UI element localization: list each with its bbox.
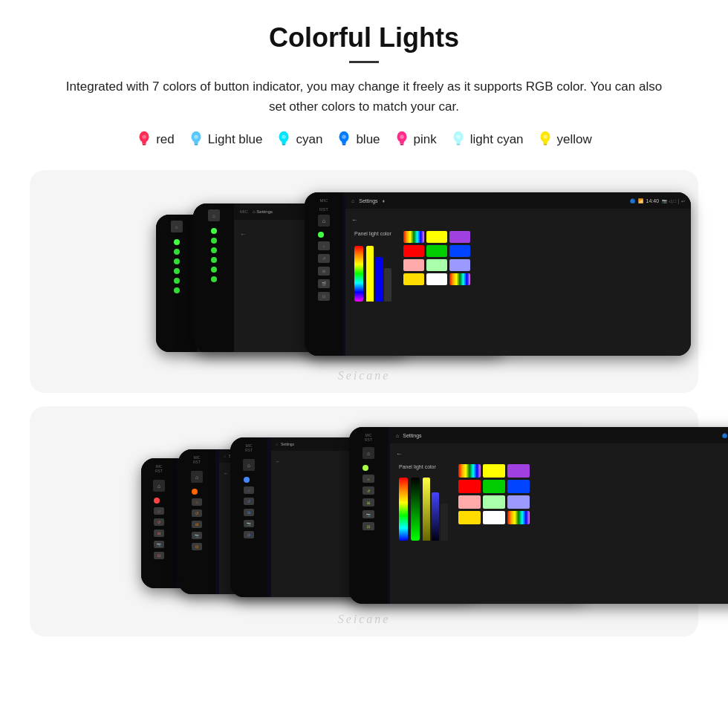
svg-rect-21 [456,142,461,144]
top-device-section: ⌂ MIC ⌂ Settings [30,170,698,393]
svg-point-19 [400,135,404,140]
panel-light-label-bottom: Panel light color [399,464,448,469]
color-label-yellow: yellow [557,132,592,147]
svg-rect-22 [456,144,460,146]
description-text: Integrated with 7 colors of button indic… [59,76,669,117]
left-panel-b4: MICRST ⌂ ⌂ ↺ ⊟ 📷 ⊡ [141,458,177,588]
color-item-red: red [136,130,175,149]
svg-rect-13 [342,142,347,144]
left-panel-2: ⌂ [193,203,234,352]
seicane-watermark-bottom: Seicane [338,613,391,626]
color-item-blue: blue [336,130,380,149]
svg-rect-2 [143,144,146,146]
color-item-lightblue: Light blue [188,130,263,149]
svg-point-23 [456,135,461,140]
color-label-lightblue: Light blue [208,132,263,147]
svg-rect-25 [543,142,547,144]
left-panel-main: MIC RST ⌂ ⌂ ↺ ⊟ 🎬 ⊡ [305,192,343,356]
svg-rect-1 [142,142,146,144]
bottom-device-main: MICRST ⌂ ⌂ ↺ ⊟ 📷 ⊡ [349,427,728,604]
svg-point-7 [194,135,198,140]
svg-rect-10 [282,144,286,146]
svg-rect-14 [342,144,346,146]
main-screen-bm: ⌂ Settings 🔵 📶 14:40 📷 ◁ □ ⌡ ↩ ← [390,427,728,604]
left-panel: ⌂ [156,215,197,352]
bulb-icon-lightblue [188,130,204,149]
top-device-main: MIC RST ⌂ ⌂ ↺ ⊟ 🎬 ⊡ [305,192,691,356]
left-panel-bm: MICRST ⌂ ⌂ ↺ ⊟ 📷 ⊡ [349,427,388,604]
color-item-cyan: cyan [276,130,322,149]
color-item-pink: pink [394,130,437,149]
color-label-red: red [156,132,175,147]
bulb-icon-yellow [537,130,553,149]
color-item-lightcyan: light cyan [450,130,524,149]
main-screen-content: ⌂ Settings ♦ 🔵 📶 14:40 📷 ◁ □ ⌡ ↩ [345,192,691,356]
top-devices-wrapper: ⌂ MIC ⌂ Settings [45,185,683,378]
left-panel-b3: MICRST ⌂ ⌂ ↺ ⊟ 📷 ⊡ [178,449,215,594]
color-label-lightcyan: light cyan [470,132,524,147]
title-divider [349,61,379,63]
bulb-icon-lightcyan [450,130,467,149]
color-label-blue: blue [356,132,380,147]
left-panel-b2: MICRST ⌂ ⌂ ↺ ⊟ 📷 ⊡ [230,437,267,597]
svg-rect-17 [400,142,404,144]
color-label-pink: pink [414,132,437,147]
bulb-icon-cyan [276,130,292,149]
svg-rect-26 [543,144,547,146]
svg-rect-6 [194,144,198,146]
svg-point-11 [282,135,287,140]
bottom-devices-wrapper: MICRST ⌂ ⌂ ↺ ⊟ 📷 ⊡ ⌂ [45,421,683,622]
svg-point-27 [543,135,547,140]
bottom-device-section: MICRST ⌂ ⌂ ↺ ⊟ 📷 ⊡ ⌂ [30,406,698,636]
svg-rect-9 [282,142,287,144]
svg-point-15 [342,135,347,140]
page-container: Colorful Lights Integrated with 7 colors… [0,0,728,659]
svg-rect-18 [400,144,403,146]
color-label-cyan: cyan [296,132,322,147]
svg-rect-5 [194,142,198,144]
seicane-watermark-top: Seicane [338,369,391,382]
color-item-yellow: yellow [537,130,592,149]
svg-point-3 [142,135,146,140]
panel-light-label: Panel light color [354,231,391,236]
bulb-icon-blue [336,130,352,149]
color-indicators-row: red Light blue cyan [30,130,698,149]
bulb-icon-red [136,130,152,149]
page-title: Colorful Lights [30,22,698,53]
bulb-icon-pink [394,130,410,149]
title-section: Colorful Lights Integrated with 7 colors… [30,22,698,117]
